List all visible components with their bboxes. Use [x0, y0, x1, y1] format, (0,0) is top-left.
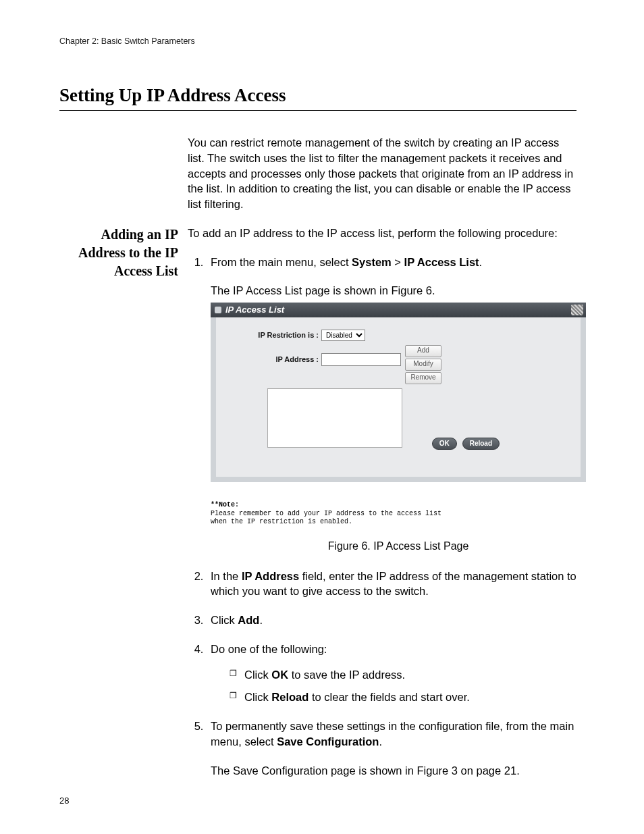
ok-button[interactable]: OK [432, 438, 457, 450]
step-1-text-post: . [479, 256, 483, 268]
step-4a: Click OK to save the IP address. [230, 667, 586, 683]
reload-button[interactable]: Reload [462, 438, 500, 450]
step-5: To permanently save these settings in th… [207, 719, 586, 778]
step-4b: Click Reload to clear the fields and sta… [230, 689, 586, 706]
step-3-pre: Click [211, 614, 238, 626]
step-1-text-pre: From the main menu, select [211, 256, 352, 268]
titlebar-right-icon [571, 305, 583, 315]
label-ip-restriction: IP Restriction is : [224, 330, 321, 340]
panel-title-text: IP Access List [225, 304, 284, 316]
step-4a-bold: OK [271, 669, 288, 681]
label-ip-address: IP Address : [224, 345, 321, 365]
procedure-steps: From the main menu, select System > IP A… [188, 255, 586, 779]
step-3-bold: Add [238, 614, 259, 626]
ip-address-input[interactable] [321, 353, 401, 366]
step-5-post: . [379, 735, 382, 748]
figure-note: **Note: Please remember to add your IP a… [211, 501, 586, 527]
step-4-sublist: Click OK to save the IP address. Click R… [211, 667, 586, 706]
ip-access-list-panel: IP Access List IP Restriction is : Disab… [211, 303, 586, 482]
step-4a-post: to save the IP address. [288, 669, 405, 681]
step-5-after: The Save Configuration page is shown in … [211, 763, 586, 779]
step-2-pre: In the [211, 570, 242, 582]
chapter-header: Chapter 2: Basic Switch Parameters [59, 36, 576, 46]
step-2-bold: IP Address [242, 570, 299, 582]
add-button[interactable]: Add [405, 345, 441, 357]
step-4b-bold: Reload [271, 691, 308, 703]
figure-6: IP Access List IP Restriction is : Disab… [211, 303, 586, 554]
section-title: Setting Up IP Address Access [59, 85, 576, 111]
panel-titlebar: IP Access List [211, 303, 586, 317]
page-number: 28 [59, 796, 69, 806]
figure-note-line2: when the IP restriction is enabled. [211, 518, 586, 527]
remove-button[interactable]: Remove [405, 372, 441, 384]
step-4a-pre: Click [244, 669, 271, 681]
step-1: From the main menu, select System > IP A… [207, 255, 586, 554]
step-1-text-mid: > [392, 256, 404, 268]
figure-note-line1: Please remember to add your IP address t… [211, 510, 586, 519]
step-1-bold-system: System [352, 256, 392, 268]
figure-caption: Figure 6. IP Access List Page [211, 539, 586, 554]
step-3: Click Add. [207, 613, 586, 628]
step-3-post: . [259, 614, 263, 626]
ip-list-box[interactable] [267, 388, 402, 448]
subsection-heading: Adding an IP Address to the IP Access Li… [59, 226, 178, 280]
titlebar-left-icon [215, 307, 221, 313]
step-4b-post: to clear the fields and start over. [308, 691, 469, 703]
step-1-bold-ipaccess: IP Access List [404, 256, 479, 268]
ip-restriction-select[interactable]: Disabled [321, 330, 365, 341]
intro-paragraph: You can restrict remote management of th… [188, 135, 576, 212]
step-4: Do one of the following: Click OK to sav… [207, 642, 586, 705]
step-1-after: The IP Access List page is shown in Figu… [211, 283, 586, 298]
step-2: In the IP Address field, enter the IP ad… [207, 569, 586, 600]
modify-button[interactable]: Modify [405, 359, 441, 371]
figure-note-head: **Note: [211, 501, 586, 510]
step-4-text: Do one of the following: [211, 643, 327, 655]
step-5-pre: To permanently save these settings in th… [211, 720, 574, 748]
subsection-intro: To add an IP address to the IP access li… [188, 226, 586, 241]
step-5-bold: Save Configuration [277, 735, 379, 748]
step-4b-pre: Click [244, 691, 271, 703]
